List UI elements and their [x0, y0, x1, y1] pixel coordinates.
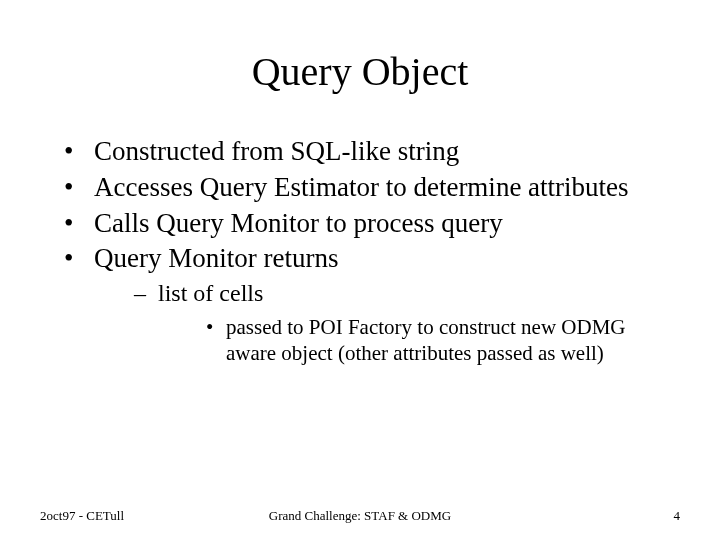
list-item: Calls Query Monitor to process query — [64, 207, 680, 241]
slide: Query Object Constructed from SQL-like s… — [0, 0, 720, 540]
bullet-text: Accesses Query Estimator to determine at… — [94, 172, 629, 202]
bullet-list: Constructed from SQL-like string Accesse… — [40, 135, 680, 367]
slide-title: Query Object — [40, 48, 680, 95]
footer-center: Grand Challenge: STAF & ODMG — [269, 508, 451, 524]
bullet-text: passed to POI Factory to construct new O… — [226, 315, 626, 365]
list-item: Constructed from SQL-like string — [64, 135, 680, 169]
list-item: Query Monitor returns list of cells pass… — [64, 242, 680, 366]
bullet-text: list of cells — [158, 280, 263, 306]
list-item: Accesses Query Estimator to determine at… — [64, 171, 680, 205]
bullet-text: Constructed from SQL-like string — [94, 136, 459, 166]
footer: 2oct97 - CETull Grand Challenge: STAF & … — [40, 508, 680, 524]
sub-sub-bullet-list: passed to POI Factory to construct new O… — [158, 314, 680, 367]
footer-page-number: 4 — [674, 508, 681, 524]
list-item: passed to POI Factory to construct new O… — [206, 314, 680, 367]
sub-bullet-list: list of cells passed to POI Factory to c… — [94, 278, 680, 367]
bullet-text: Query Monitor returns — [94, 243, 338, 273]
footer-left: 2oct97 - CETull — [40, 508, 124, 524]
list-item: list of cells passed to POI Factory to c… — [134, 278, 680, 367]
bullet-text: Calls Query Monitor to process query — [94, 208, 503, 238]
